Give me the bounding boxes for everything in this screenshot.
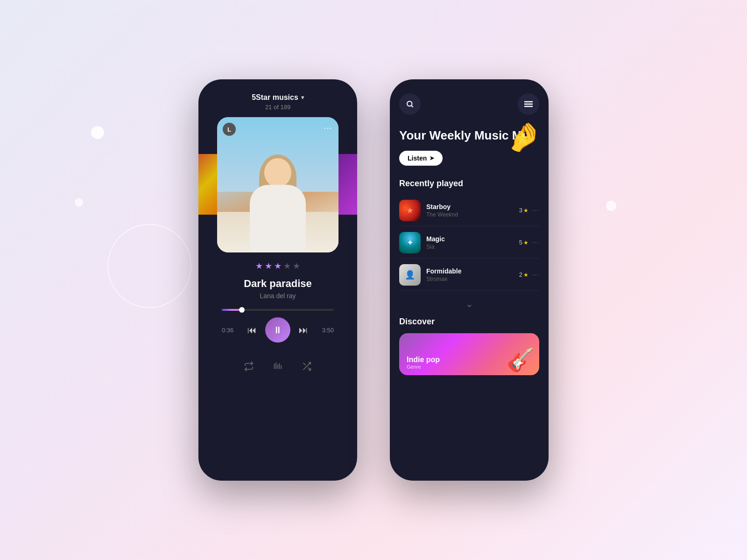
repeat-button[interactable] xyxy=(244,361,254,374)
track-details-starboy: Starboy The Weeknd xyxy=(426,203,514,218)
discover-genre-label: Genre xyxy=(407,364,440,370)
artist-name: Lana del ray xyxy=(244,292,312,300)
time-row: 0:36 ⏮ ⏸ ⏭ 3:50 xyxy=(222,317,334,343)
track-thumb-starboy: ★ xyxy=(399,200,421,221)
star-3: ★ xyxy=(274,261,282,271)
listen-button[interactable]: Listen ➤ xyxy=(399,151,443,166)
star-5: ★ xyxy=(293,261,300,271)
playback-controls: ⏮ ⏸ ⏭ xyxy=(247,317,308,343)
track-meta-magic: 5 ★ ⋯ xyxy=(519,239,539,246)
equalizer-button[interactable] xyxy=(273,361,283,374)
track-more-magic[interactable]: ⋯ xyxy=(532,239,539,246)
recently-played-title: Recently played xyxy=(399,179,539,189)
track-item[interactable]: ★ Starboy The Weeknd 3 ★ ⋯ xyxy=(399,195,539,226)
prev-button[interactable]: ⏮ xyxy=(247,325,257,336)
menu-button[interactable] xyxy=(518,93,539,115)
bg-decoration-circle-2 xyxy=(91,126,104,139)
listen-arrow-icon: ➤ xyxy=(430,155,434,161)
star-2: ★ xyxy=(265,261,272,271)
left-phone: 5Star musics ▾ 21 of 189 L ⋯ xyxy=(198,79,357,481)
discover-card-text: Indie pop Genre xyxy=(407,356,440,370)
track-position: 21 of 189 xyxy=(265,104,290,111)
svg-point-8 xyxy=(407,101,412,106)
track-info: Dark paradise Lana del ray xyxy=(244,278,312,300)
track-rating-starboy: 3 ★ xyxy=(519,207,529,214)
track-name-magic: Magic xyxy=(426,235,514,243)
svg-line-7 xyxy=(303,363,306,365)
discover-emoji: 🎸 xyxy=(507,347,535,373)
pause-icon: ⏸ xyxy=(273,325,282,336)
track-thumb-formidable: 👤 xyxy=(399,264,421,286)
track-item[interactable]: ✦ Magic Sia 5 ★ ⋯ xyxy=(399,227,539,259)
right-phone-header xyxy=(399,93,539,115)
track-details-formidable: Formidable Stromae xyxy=(426,267,514,282)
track-item[interactable]: 👤 Formidable Stromae 2 ★ ⋯ xyxy=(399,259,539,291)
track-rating-formidable: 2 ★ xyxy=(519,271,529,278)
bg-decoration-circle-1 xyxy=(107,224,191,308)
search-button[interactable] xyxy=(399,93,421,115)
player-header: 5Star musics ▾ 21 of 189 xyxy=(208,93,348,111)
shuffle-button[interactable] xyxy=(302,361,312,374)
track-name-starboy: Starboy xyxy=(426,203,514,210)
expand-chevron-icon: ⌄ xyxy=(465,298,473,309)
track-artist-formidable: Stromae xyxy=(426,276,514,282)
hero-section: Your Weekly Music Mix Listen ➤ 🤌 ⭐ xyxy=(399,128,539,166)
discover-title: Discover xyxy=(399,317,539,327)
track-meta-formidable: 2 ★ ⋯ xyxy=(519,271,539,279)
track-more-formidable[interactable]: ⋯ xyxy=(532,271,539,279)
bg-decoration-circle-4 xyxy=(606,201,616,211)
l-badge: L xyxy=(223,123,236,136)
track-thumb-magic: ✦ xyxy=(399,232,421,253)
listen-label: Listen xyxy=(408,154,427,162)
track-artist-magic: Sia xyxy=(426,244,514,250)
star-1: ★ xyxy=(255,261,263,271)
expand-button[interactable]: ⌄ xyxy=(399,298,539,309)
discover-card[interactable]: Indie pop Genre 🎸 xyxy=(399,333,539,375)
progress-bar-container[interactable] xyxy=(222,309,334,311)
svg-line-9 xyxy=(411,105,413,107)
progress-thumb xyxy=(239,307,245,313)
more-options-icon[interactable]: ⋯ xyxy=(324,123,333,133)
discover-genre: Indie pop xyxy=(407,356,440,364)
playlist-title-row[interactable]: 5Star musics ▾ xyxy=(252,93,304,102)
track-details-magic: Magic Sia xyxy=(426,235,514,250)
right-phone: Your Weekly Music Mix Listen ➤ 🤌 ⭐ Recen… xyxy=(390,79,549,481)
chevron-down-icon: ▾ xyxy=(301,94,304,101)
hero-emoji: 🤌 ⭐ xyxy=(507,123,542,151)
track-name-formidable: Formidable xyxy=(426,267,514,275)
track-artist-starboy: The Weeknd xyxy=(426,211,514,218)
time-current: 0:36 xyxy=(222,327,233,334)
star-4: ★ xyxy=(283,261,291,271)
time-total: 3:50 xyxy=(322,327,334,334)
playlist-name: 5Star musics xyxy=(252,93,298,102)
album-art-container: L ⋯ xyxy=(217,117,338,252)
rating-stars[interactable]: ★ ★ ★ ★ ★ xyxy=(255,261,300,271)
track-list: ★ Starboy The Weeknd 3 ★ ⋯ ✦ xyxy=(399,195,539,291)
next-button[interactable]: ⏭ xyxy=(299,325,308,336)
track-more-starboy[interactable]: ⋯ xyxy=(532,207,539,214)
track-title: Dark paradise xyxy=(244,278,312,290)
discover-section: Discover Indie pop Genre 🎸 xyxy=(399,317,539,467)
track-rating-magic: 5 ★ xyxy=(519,239,529,246)
bg-decoration-circle-3 xyxy=(75,198,83,207)
phones-container: 5Star musics ▾ 21 of 189 L ⋯ xyxy=(198,79,549,481)
track-meta-starboy: 3 ★ ⋯ xyxy=(519,207,539,214)
play-pause-button[interactable]: ⏸ xyxy=(265,317,290,343)
progress-track[interactable] xyxy=(222,309,334,311)
album-art xyxy=(217,117,338,252)
bottom-controls xyxy=(244,361,312,374)
